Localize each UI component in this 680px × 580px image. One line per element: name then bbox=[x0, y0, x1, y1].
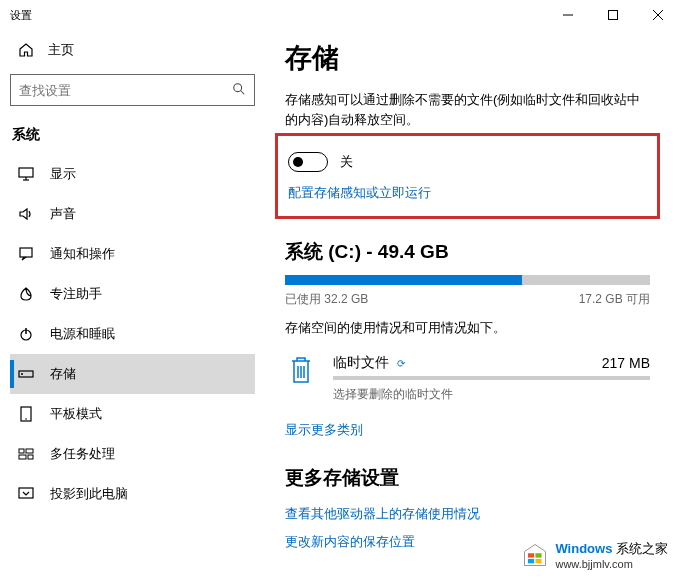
watermark-url: www.bjjmlv.com bbox=[555, 558, 668, 570]
multitask-icon bbox=[18, 446, 34, 462]
svg-rect-18 bbox=[19, 455, 26, 459]
close-button[interactable] bbox=[635, 0, 680, 30]
notifications-icon bbox=[18, 246, 34, 262]
loading-spinner: ⟳ bbox=[397, 358, 405, 369]
svg-rect-22 bbox=[536, 553, 542, 557]
sidebar-item-label: 投影到此电脑 bbox=[50, 485, 128, 503]
svg-rect-17 bbox=[26, 449, 33, 453]
svg-rect-24 bbox=[536, 559, 542, 563]
show-more-categories-link[interactable]: 显示更多类别 bbox=[285, 421, 650, 439]
svg-rect-19 bbox=[28, 455, 33, 459]
window-controls bbox=[545, 0, 680, 30]
sidebar-section-header: 系统 bbox=[10, 114, 255, 154]
used-label: 已使用 32.2 GB bbox=[285, 291, 368, 308]
drive-title: 系统 (C:) - 49.4 GB bbox=[285, 239, 650, 265]
svg-point-4 bbox=[234, 83, 242, 91]
trash-icon bbox=[285, 354, 317, 386]
highlight-box: 关 配置存储感知或立即运行 bbox=[275, 133, 660, 219]
sidebar: 主页 系统 显示 声音 通知和操作 专注助手 电源和睡眠 bbox=[0, 30, 265, 580]
category-sub: 选择要删除的临时文件 bbox=[333, 386, 650, 403]
maximize-button[interactable] bbox=[590, 0, 635, 30]
svg-rect-21 bbox=[528, 553, 534, 557]
svg-rect-1 bbox=[608, 11, 617, 20]
watermark-sub: 系统之家 bbox=[616, 541, 668, 556]
focus-icon bbox=[18, 286, 34, 302]
sidebar-item-label: 存储 bbox=[50, 365, 76, 383]
sidebar-item-label: 显示 bbox=[50, 165, 76, 183]
configure-storage-sense-link[interactable]: 配置存储感知或立即运行 bbox=[288, 184, 647, 202]
storage-icon bbox=[18, 366, 34, 382]
sidebar-item-display[interactable]: 显示 bbox=[10, 154, 255, 194]
display-icon bbox=[18, 166, 34, 182]
svg-rect-6 bbox=[19, 168, 33, 177]
window-title: 设置 bbox=[10, 8, 545, 23]
svg-rect-23 bbox=[528, 559, 534, 563]
svg-rect-16 bbox=[19, 449, 24, 453]
sidebar-item-storage[interactable]: 存储 bbox=[10, 354, 255, 394]
more-storage-title: 更多存储设置 bbox=[285, 465, 650, 491]
home-icon bbox=[18, 42, 34, 58]
toggle-knob bbox=[293, 157, 303, 167]
usage-fill bbox=[285, 275, 522, 285]
svg-line-5 bbox=[241, 90, 245, 94]
free-label: 17.2 GB 可用 bbox=[579, 291, 650, 308]
search-input[interactable] bbox=[19, 83, 232, 98]
sound-icon bbox=[18, 206, 34, 222]
page-title: 存储 bbox=[285, 40, 650, 76]
content-area: 存储 存储感知可以通过删除不需要的文件(例如临时文件和回收站中的内容)自动释放空… bbox=[265, 30, 680, 580]
sidebar-item-label: 平板模式 bbox=[50, 405, 102, 423]
toggle-state-label: 关 bbox=[340, 153, 353, 171]
other-drives-link[interactable]: 查看其他驱动器上的存储使用情况 bbox=[285, 505, 650, 523]
watermark: Windows 系统之家 www.bjjmlv.com bbox=[521, 540, 668, 570]
sidebar-home-label: 主页 bbox=[48, 41, 74, 59]
svg-rect-20 bbox=[19, 488, 33, 498]
tablet-icon bbox=[18, 406, 34, 422]
category-name: 临时文件⟳ bbox=[333, 354, 405, 372]
sidebar-item-label: 声音 bbox=[50, 205, 76, 223]
sidebar-item-notifications[interactable]: 通知和操作 bbox=[10, 234, 255, 274]
sidebar-item-multitask[interactable]: 多任务处理 bbox=[10, 434, 255, 474]
svg-point-15 bbox=[25, 418, 27, 420]
category-size: 217 MB bbox=[602, 355, 650, 371]
sidebar-item-tablet[interactable]: 平板模式 bbox=[10, 394, 255, 434]
drive-info: 存储空间的使用情况和可用情况如下。 bbox=[285, 318, 650, 338]
windows-logo-icon bbox=[521, 541, 549, 569]
project-icon bbox=[18, 486, 34, 502]
svg-rect-9 bbox=[20, 248, 32, 257]
sidebar-item-project[interactable]: 投影到此电脑 bbox=[10, 474, 255, 514]
sidebar-item-power[interactable]: 电源和睡眠 bbox=[10, 314, 255, 354]
power-icon bbox=[18, 326, 34, 342]
search-box[interactable] bbox=[10, 74, 255, 106]
svg-point-13 bbox=[21, 373, 23, 375]
storage-sense-description: 存储感知可以通过删除不需要的文件(例如临时文件和回收站中的内容)自动释放空间。 bbox=[285, 90, 650, 129]
sidebar-item-label: 电源和睡眠 bbox=[50, 325, 115, 343]
sidebar-item-focus[interactable]: 专注助手 bbox=[10, 274, 255, 314]
sidebar-item-sound[interactable]: 声音 bbox=[10, 194, 255, 234]
minimize-button[interactable] bbox=[545, 0, 590, 30]
category-bar bbox=[333, 376, 650, 380]
watermark-brand: Windows bbox=[555, 541, 612, 556]
sidebar-item-label: 多任务处理 bbox=[50, 445, 115, 463]
storage-category-item[interactable]: 临时文件⟳ 217 MB 选择要删除的临时文件 bbox=[285, 342, 650, 411]
sidebar-home[interactable]: 主页 bbox=[10, 30, 255, 70]
usage-bar bbox=[285, 275, 650, 285]
sidebar-item-label: 通知和操作 bbox=[50, 245, 115, 263]
search-icon bbox=[232, 82, 246, 99]
sidebar-item-label: 专注助手 bbox=[50, 285, 102, 303]
storage-sense-toggle[interactable] bbox=[288, 152, 328, 172]
